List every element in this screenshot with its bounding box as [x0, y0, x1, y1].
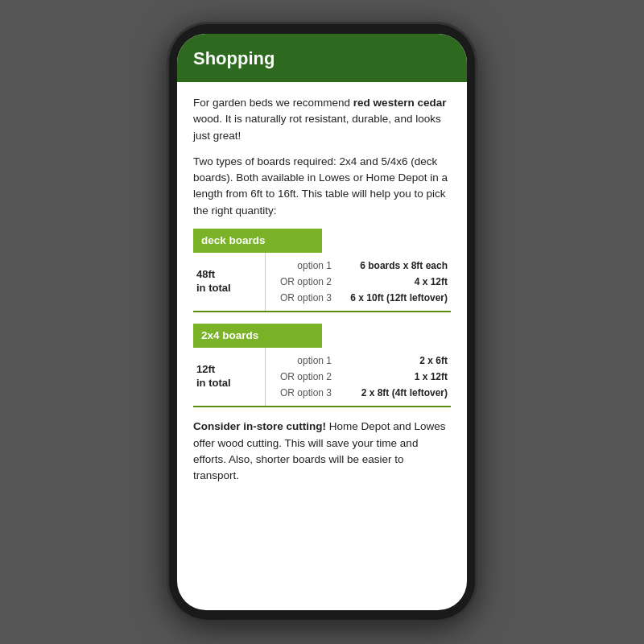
table-row: 48ftin total option 1 6 boards x 8ft eac…	[193, 253, 451, 311]
intro-para2: Two types of boards required: 2x4 and 5/…	[193, 154, 451, 219]
2x4-boards-section: 2x4 boards 12ftin total option 1 2 x 6ft	[193, 324, 451, 407]
option3-value: 2 x 8ft (4ft leftover)	[361, 386, 448, 400]
footer-bold: Consider in-store cutting!	[193, 420, 326, 432]
deck-boards-header: deck boards	[193, 229, 322, 253]
option-row: option 1 6 boards x 8ft each	[272, 258, 448, 274]
row-label-12ft: 12ftin total	[193, 348, 266, 406]
2x4-boards-body: 12ftin total option 1 2 x 6ft OR option …	[193, 348, 451, 407]
intro-para1: For garden beds we recommend red western…	[193, 95, 451, 144]
deck-boards-section: deck boards 48ftin total option 1 6 boar…	[193, 229, 451, 312]
option2-name: OR option 2	[272, 369, 336, 384]
option-row: OR option 2 1 x 12ft	[272, 369, 448, 385]
row-options-12ft: option 1 2 x 6ft OR option 2 1 x 12ft OR…	[266, 348, 451, 406]
option2-value: 4 x 12ft	[415, 275, 448, 289]
option-row: OR option 3 2 x 8ft (4ft leftover)	[272, 385, 448, 401]
option2-name: OR option 2	[272, 275, 336, 289]
option3-name: OR option 3	[272, 386, 336, 400]
row-options-48ft: option 1 6 boards x 8ft each OR option 2…	[266, 253, 451, 311]
option-row: option 1 2 x 6ft	[272, 353, 448, 369]
option-row: OR option 3 6 x 10ft (12ft leftover)	[272, 290, 448, 306]
option3-name: OR option 3	[272, 291, 336, 305]
option-row: OR option 2 4 x 12ft	[272, 274, 448, 290]
option2-value: 1 x 12ft	[415, 369, 448, 384]
option1-value: 6 boards x 8ft each	[360, 258, 448, 273]
footer-text: Consider in-store cutting! Home Depot an…	[193, 419, 451, 484]
option1-name: option 1	[272, 353, 336, 368]
option1-name: option 1	[272, 258, 336, 273]
phone-screen: Shopping For garden beds we recommend re…	[177, 34, 467, 610]
table-row: 12ftin total option 1 2 x 6ft OR option …	[193, 348, 451, 406]
option3-value: 6 x 10ft (12ft leftover)	[350, 291, 448, 305]
deck-boards-body: 48ftin total option 1 6 boards x 8ft eac…	[193, 253, 451, 312]
option1-value: 2 x 6ft	[419, 353, 448, 368]
2x4-boards-header: 2x4 boards	[193, 324, 322, 348]
screen-content[interactable]: Shopping For garden beds we recommend re…	[177, 34, 467, 610]
row-label-48ft: 48ftin total	[193, 253, 266, 311]
page-title: Shopping	[193, 48, 451, 69]
page-header: Shopping	[177, 34, 467, 82]
body-content: For garden beds we recommend red western…	[177, 82, 467, 506]
phone-device: Shopping For garden beds we recommend re…	[169, 24, 475, 620]
